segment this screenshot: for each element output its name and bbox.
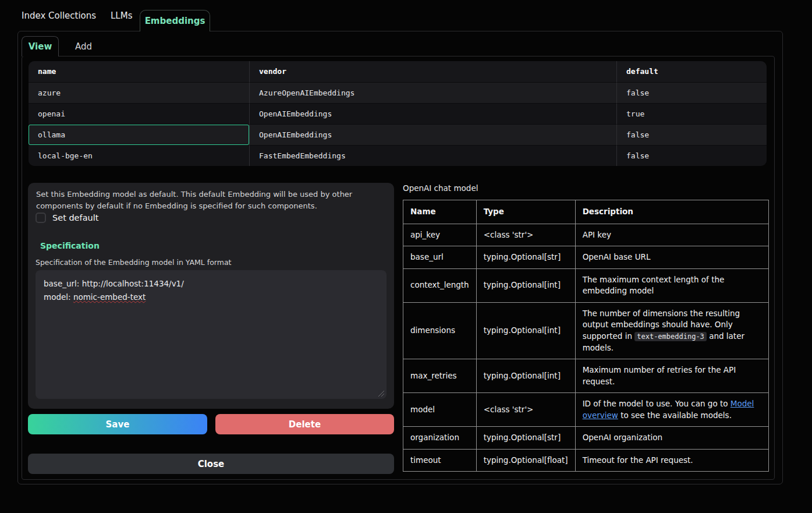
embeddings-page: Index Collections LLMs Embeddings View A… [0,0,812,513]
embeddings-table: name vendor default azure AzureOpenAIEmb… [29,61,767,166]
cell-default: false [616,145,767,166]
param-name: timeout [403,449,477,472]
column-header-vendor: vendor [249,61,616,82]
code-chip: text-embedding-3 [634,332,707,341]
yaml-spec-textarea[interactable]: base_url: http://localhost:11434/v1/ mod… [36,270,387,399]
doc-row-context-length: context_length typing.Optional[int] The … [403,268,769,302]
yaml-line-2: model: nomic-embed-text [44,291,378,304]
cell-vendor: AzureOpenAIEmbeddings [249,82,616,103]
tab-index-collections[interactable]: Index Collections [22,0,96,31]
set-default-checkbox[interactable] [36,213,46,223]
doc-header-row: Name Type Description [403,200,769,224]
param-type: typing.Optional[str] [476,427,575,450]
param-name: organization [403,427,477,450]
model-doc-table: Name Type Description api_key <class 'st… [403,200,769,472]
param-desc: The maximum context length of the embedd… [575,268,768,302]
doc-row-dimensions: dimensions typing.Optional[int] The numb… [403,302,769,359]
param-desc: Timeout for the API request. [575,449,768,472]
param-desc: API key [575,224,768,246]
tab-llms[interactable]: LLMs [111,0,132,31]
doc-row-base-url: base_url typing.Optional[str] OpenAI bas… [403,246,769,269]
doc-col-description: Description [575,200,768,224]
set-default-checkbox-row[interactable]: Set default [36,213,98,223]
doc-row-api-key: api_key <class 'str'> API key [403,224,769,246]
param-desc: OpenAI base URL [575,246,768,269]
param-name: context_length [403,268,477,302]
cell-name[interactable]: openai [29,103,249,124]
cell-name-selected[interactable]: ollama [29,124,249,145]
doc-col-type: Type [476,200,575,224]
set-default-label: Set default [52,213,98,222]
cell-vendor: OpenAIEmbeddings [249,124,616,145]
param-name: api_key [403,224,477,246]
cell-vendor: FastEmbedEmbeddings [249,145,616,166]
set-default-help-text: Set this Embedding model as default. Thi… [36,189,385,212]
column-header-name: name [29,61,249,82]
param-type: <class 'str'> [476,224,575,246]
param-type: typing.Optional[str] [476,246,575,269]
close-button[interactable]: Close [28,454,394,474]
param-desc: ID of the model to use. You can go to Mo… [575,393,768,427]
doc-row-timeout: timeout typing.Optional[float] Timeout f… [403,449,769,472]
cell-name[interactable]: azure [29,82,249,103]
model-doc-title: OpenAI chat model [403,183,478,193]
param-desc: Maximum number of retries for the API re… [575,359,768,393]
embeddings-panel: View Add name vendor default azure Azure… [17,31,783,484]
cell-default: false [616,124,767,145]
specification-heading: Specification [40,241,100,250]
param-type: typing.Optional[int] [476,268,575,302]
param-name: base_url [403,246,477,269]
param-desc: OpenAI organization [575,427,768,450]
yaml-line-1: base_url: http://localhost:11434/v1/ [44,277,378,291]
doc-row-organization: organization typing.Optional[str] OpenAI… [403,427,769,450]
param-type: <class 'str'> [476,393,575,427]
subtab-view[interactable]: View [22,36,59,56]
param-name: dimensions [403,302,477,359]
embedding-detail-card: Set this Embedding model as default. Thi… [28,183,394,409]
param-type: typing.Optional[float] [476,449,575,472]
param-desc: The number of dimensions the resulting o… [575,302,768,359]
param-type: typing.Optional[int] [476,359,575,393]
cell-vendor: OpenAIEmbeddings [249,103,616,124]
tab-embeddings[interactable]: Embeddings [140,10,210,31]
delete-button[interactable]: Delete [215,414,394,434]
param-name: model [403,393,477,427]
cell-default: false [616,82,767,103]
resize-handle-icon[interactable] [378,391,384,397]
save-button[interactable]: Save [28,414,207,434]
subtab-add[interactable]: Add [67,36,100,56]
doc-row-max-retries: max_retries typing.Optional[int] Maximum… [403,359,769,393]
specification-help-text: Specification of the Embedding model in … [36,258,232,267]
doc-row-model: model <class 'str'> ID of the model to u… [403,393,769,427]
cell-default: true [616,103,767,124]
column-header-default: default [616,61,767,82]
param-type: typing.Optional[int] [476,302,575,359]
cell-name[interactable]: local-bge-en [29,145,249,166]
param-name: max_retries [403,359,477,393]
view-panel: name vendor default azure AzureOpenAIEmb… [22,56,775,480]
doc-col-name: Name [403,200,477,224]
